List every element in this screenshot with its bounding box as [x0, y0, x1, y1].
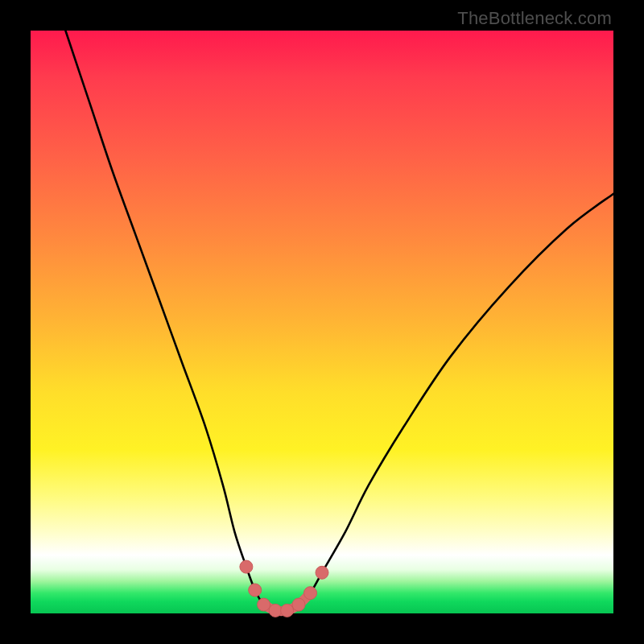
curve-markers — [240, 560, 328, 617]
curve-marker — [304, 587, 317, 600]
bottleneck-curve — [65, 31, 613, 611]
bottleneck-chart-svg — [31, 31, 613, 613]
chart-frame: TheBottleneck.com — [0, 0, 644, 644]
curve-marker — [258, 598, 270, 611]
curve-marker — [292, 598, 305, 611]
attribution-label: TheBottleneck.com — [457, 8, 612, 29]
curve-marker — [316, 566, 328, 579]
curve-marker — [281, 604, 294, 617]
curve-marker — [269, 604, 282, 617]
curve-marker — [240, 560, 253, 573]
curve-marker — [249, 584, 262, 597]
